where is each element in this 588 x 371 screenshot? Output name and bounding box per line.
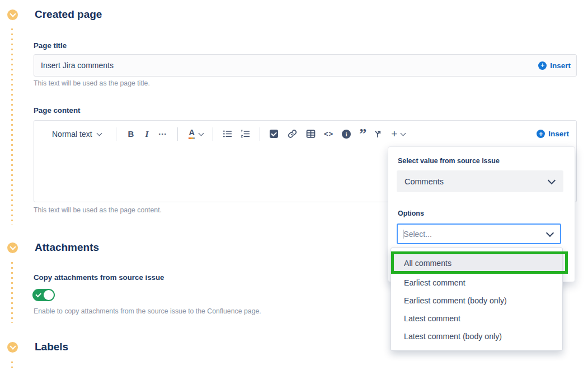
menu-item-latest-comment-body-only[interactable]: Latest comment (body only) xyxy=(391,327,562,345)
chevron-down-icon xyxy=(10,11,16,17)
bullet-list-icon[interactable] xyxy=(223,129,232,139)
italic-icon[interactable]: I xyxy=(145,129,148,139)
chevron-down-icon xyxy=(546,229,554,236)
section-title-labels: Labels xyxy=(35,341,68,353)
link-icon[interactable] xyxy=(288,129,297,139)
text-style-dropdown[interactable]: Normal text xyxy=(52,130,101,139)
editor-toolbar: Normal text B I ⋯ A xyxy=(34,121,576,147)
source-value-selected: Comments xyxy=(397,177,549,186)
page-content-help: This text will be used as the page conte… xyxy=(34,206,162,214)
menu-item-earliest-comment-body-only[interactable]: Earliest comment (body only) xyxy=(391,292,562,310)
options-select-input[interactable]: Select... xyxy=(397,223,561,244)
bold-icon[interactable]: B xyxy=(128,129,134,139)
check-icon xyxy=(35,292,41,297)
quote-icon[interactable]: ” xyxy=(359,130,366,138)
source-issue-label: Select value from source issue xyxy=(398,157,500,165)
insert-element-button[interactable]: + xyxy=(391,129,405,139)
labels-collapse-button[interactable] xyxy=(7,342,18,353)
task-checkbox-icon[interactable] xyxy=(270,130,278,138)
more-formatting-icon[interactable]: ⋯ xyxy=(158,129,167,139)
numbered-list-icon[interactable] xyxy=(241,129,250,139)
copy-attachments-toggle[interactable] xyxy=(32,289,55,301)
chevron-down-icon xyxy=(10,343,16,349)
chevron-down-icon xyxy=(401,130,406,136)
copy-attachments-label: Copy attachments from source issue xyxy=(34,273,164,282)
chevron-down-icon xyxy=(96,130,102,136)
text-style-value: Normal text xyxy=(52,130,92,139)
toolbar-divider xyxy=(116,127,116,141)
source-value-select[interactable]: Comments xyxy=(397,170,563,192)
table-icon[interactable] xyxy=(306,129,316,139)
plus-icon: + xyxy=(538,61,547,70)
section-title-attachments: Attachments xyxy=(35,241,99,254)
options-placeholder: Select... xyxy=(403,230,547,239)
toolbar-divider xyxy=(177,127,178,141)
rail-dotted-line xyxy=(11,362,13,371)
section-title-created-page: Created page xyxy=(35,8,102,21)
page-content-insert-button[interactable]: + Insert xyxy=(537,130,569,138)
plus-icon: + xyxy=(537,130,545,138)
insert-button-label: Insert xyxy=(548,130,569,138)
page-title-input[interactable] xyxy=(34,61,538,70)
page-title-insert-button[interactable]: + Insert xyxy=(538,61,571,70)
rail-dotted-line xyxy=(11,28,13,225)
info-icon[interactable]: i xyxy=(342,130,351,139)
automation-config-page: Created page Page title + Insert This te… xyxy=(0,0,588,371)
page-title-input-wrap: + Insert xyxy=(34,54,577,77)
chevron-down-icon xyxy=(548,176,556,184)
toggle-knob xyxy=(44,290,54,300)
chevron-down-icon xyxy=(10,244,16,250)
code-icon[interactable]: <> xyxy=(324,130,333,138)
created-page-collapse-button[interactable] xyxy=(7,9,18,20)
text-color-button[interactable]: A xyxy=(189,129,203,139)
page-title-help: This text will be used as the page title… xyxy=(34,79,150,87)
toolbar-divider xyxy=(260,127,260,141)
options-label: Options xyxy=(398,210,424,217)
page-content-label: Page content xyxy=(34,106,81,115)
plus-icon: + xyxy=(391,129,397,139)
chevron-down-icon xyxy=(199,130,204,136)
options-dropdown-menu: All comments Earliest comment Earliest c… xyxy=(391,248,563,351)
page-title-label: Page title xyxy=(34,41,67,50)
menu-item-earliest-comment[interactable]: Earliest comment xyxy=(391,274,562,292)
attachments-collapse-button[interactable] xyxy=(7,242,18,253)
insert-button-label: Insert xyxy=(550,61,571,70)
text-color-icon: A xyxy=(189,129,194,139)
copy-attachments-help: Enable to copy attachments from the sour… xyxy=(34,307,261,315)
decision-icon[interactable] xyxy=(374,130,382,138)
menu-item-latest-comment[interactable]: Latest comment xyxy=(391,310,562,327)
menu-item-all-comments[interactable]: All comments xyxy=(391,253,562,274)
rail-dotted-line xyxy=(11,262,13,323)
toolbar-divider xyxy=(213,127,213,141)
